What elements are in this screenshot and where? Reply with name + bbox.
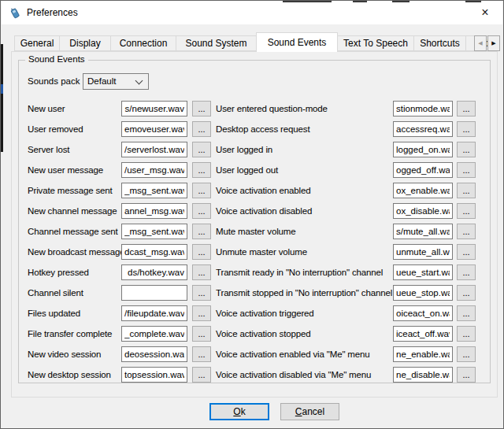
browse-button[interactable]: ... xyxy=(457,224,476,239)
browse-button[interactable]: ... xyxy=(457,346,476,362)
sound-event-label: New channel message xyxy=(28,206,121,216)
sound-event-label: Private message sent xyxy=(28,186,121,195)
browse-button[interactable]: ... xyxy=(457,162,476,178)
user-logged-in-input[interactable] xyxy=(393,142,453,157)
private-message-sent-input[interactable] xyxy=(121,183,187,198)
sound-event-row: Transmit stopped in "No interruption" ch… xyxy=(216,283,480,303)
browse-button[interactable]: ... xyxy=(457,305,476,321)
tab-text-to-speech[interactable]: Text To Speech xyxy=(337,35,414,51)
tab-shortcuts[interactable]: Shortcuts xyxy=(413,35,466,51)
screen-artifact xyxy=(353,1,367,2)
user-logged-out-input[interactable] xyxy=(393,162,453,178)
desktop-access-request-input[interactable] xyxy=(393,121,453,137)
sound-event-label: New user xyxy=(28,104,121,113)
sound-event-label: Hotkey pressed xyxy=(28,268,121,277)
voice-activation-disabled-via-me-menu-input[interactable] xyxy=(393,367,453,383)
files-updated-input[interactable] xyxy=(121,305,187,321)
channel-silent-input[interactable] xyxy=(121,285,187,301)
sound-event-row: Voice activation enabled via "Me" menu .… xyxy=(216,344,480,364)
sound-event-label: Voice activation stopped xyxy=(216,329,393,338)
tab-display[interactable]: Display xyxy=(59,35,111,51)
new-video-session-input[interactable] xyxy=(121,346,187,362)
screen-artifact xyxy=(1,84,3,94)
browse-button[interactable]: ... xyxy=(192,101,211,116)
file-transfer-complete-input[interactable] xyxy=(121,326,187,342)
voice-activation-enabled-via-me-menu-input[interactable] xyxy=(393,346,453,362)
tab-scroll-right-button[interactable]: ▶ xyxy=(487,35,500,51)
sounds-pack-label: Sounds pack xyxy=(28,76,83,86)
sound-event-row: Voice activation stopped ... xyxy=(216,324,480,344)
sound-event-label: File transfer complete xyxy=(28,329,121,338)
cancel-button[interactable]: Cancel xyxy=(280,403,339,420)
new-desktop-session-input[interactable] xyxy=(121,367,187,383)
server-lost-input[interactable] xyxy=(121,142,187,157)
sound-event-row: Voice activation triggered ... xyxy=(216,303,480,324)
browse-button[interactable]: ... xyxy=(192,142,211,157)
sound-event-row: User entered question-mode ... xyxy=(216,98,480,119)
sound-event-row: File transfer complete ... xyxy=(28,324,211,344)
voice-activation-disabled-input[interactable] xyxy=(393,203,453,219)
new-broadcast-message-input[interactable] xyxy=(121,244,187,260)
sounds-pack-select[interactable]: Default xyxy=(83,73,149,90)
close-button[interactable]: × xyxy=(476,3,494,22)
user-entered-question-mode-input[interactable] xyxy=(393,101,453,116)
sound-event-label: Server lost xyxy=(28,145,121,154)
hotkey-pressed-input[interactable] xyxy=(121,264,187,280)
browse-button[interactable]: ... xyxy=(192,326,211,342)
sound-event-row: New user ... xyxy=(28,98,211,119)
browse-button[interactable]: ... xyxy=(192,224,211,239)
browse-button[interactable]: ... xyxy=(192,285,211,301)
browse-button[interactable]: ... xyxy=(192,305,211,321)
browse-button[interactable]: ... xyxy=(457,142,476,157)
unmute-master-volume-input[interactable] xyxy=(393,244,453,260)
new-channel-message-input[interactable] xyxy=(121,203,187,219)
mute-master-volume-input[interactable] xyxy=(393,224,453,239)
browse-button[interactable]: ... xyxy=(457,244,476,260)
browse-button[interactable]: ... xyxy=(457,264,476,280)
sound-event-label: Voice activation disabled via "Me" menu xyxy=(216,370,393,379)
tab-scroll-left-button[interactable]: ◀ xyxy=(474,35,487,51)
sound-event-label: New broadcast message xyxy=(28,247,121,257)
browse-button[interactable]: ... xyxy=(192,183,211,198)
sound-event-row: Server lost ... xyxy=(28,139,211,160)
browse-button[interactable]: ... xyxy=(192,244,211,260)
browse-button[interactable]: ... xyxy=(457,121,476,137)
browse-button[interactable]: ... xyxy=(192,346,211,362)
browse-button[interactable]: ... xyxy=(192,367,211,383)
voice-activation-enabled-input[interactable] xyxy=(393,183,453,198)
sound-event-label: User removed xyxy=(28,124,121,134)
browse-button[interactable]: ... xyxy=(457,285,476,301)
voice-activation-triggered-input[interactable] xyxy=(393,305,453,321)
tab-sound-events[interactable]: Sound Events xyxy=(256,32,338,52)
browse-button[interactable]: ... xyxy=(457,203,476,219)
new-user-input[interactable] xyxy=(121,101,187,116)
sound-event-label: Mute master volume xyxy=(216,227,393,236)
sound-event-label: Voice activation enabled via "Me" menu xyxy=(216,349,393,359)
sound-event-label: Voice activation enabled xyxy=(216,186,393,195)
browse-button[interactable]: ... xyxy=(457,183,476,198)
sound-event-label: Voice activation disabled xyxy=(216,206,393,216)
user-removed-input[interactable] xyxy=(121,121,187,137)
ok-button[interactable]: Ok xyxy=(209,403,269,420)
browse-button[interactable]: ... xyxy=(192,203,211,219)
chevron-down-icon xyxy=(135,76,143,84)
tab-connection[interactable]: Connection xyxy=(110,35,176,51)
channel-message-sent-input[interactable] xyxy=(121,224,187,239)
tab-general[interactable]: General xyxy=(14,35,60,51)
browse-button[interactable]: ... xyxy=(192,264,211,280)
browse-button[interactable]: ... xyxy=(457,367,476,383)
voice-activation-stopped-input[interactable] xyxy=(393,326,453,342)
browse-button[interactable]: ... xyxy=(457,101,476,116)
browse-button[interactable]: ... xyxy=(192,162,211,178)
sound-event-row: Voice activation enabled ... xyxy=(216,180,480,201)
browse-button[interactable]: ... xyxy=(457,326,476,342)
sounds-pack-value: Default xyxy=(87,76,116,86)
sound-event-row: Mute master volume ... xyxy=(216,221,480,242)
sound-event-row: New user message ... xyxy=(28,160,211,180)
transmit-stopped-in-no-interruption-channel-input[interactable] xyxy=(393,285,453,301)
transmit-ready-in-no-interruption-channel-input[interactable] xyxy=(393,264,453,280)
tab-sound-system[interactable]: Sound System xyxy=(176,35,257,51)
new-user-message-input[interactable] xyxy=(121,162,187,178)
sound-event-label: Voice activation triggered xyxy=(216,309,393,318)
browse-button[interactable]: ... xyxy=(192,121,211,137)
